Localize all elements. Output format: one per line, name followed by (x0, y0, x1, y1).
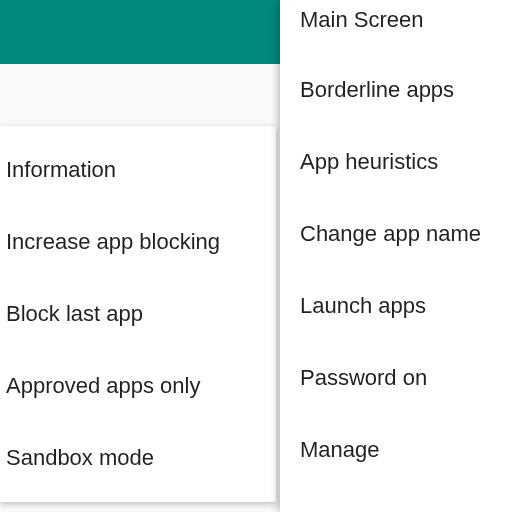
menu-item-block-last-app[interactable]: Block last app (0, 278, 276, 350)
menu-item-main-screen[interactable]: Main Screen (280, 0, 512, 54)
menu-item-label: Block last app (6, 300, 143, 328)
menu-item-label: Borderline apps (300, 76, 454, 104)
menu-item-password-on[interactable]: Password on (280, 342, 512, 414)
menu-item-label: Manage (300, 436, 380, 464)
menu-item-label: Approved apps only (6, 372, 200, 400)
menu-item-label: Change app name (300, 220, 481, 248)
menu-item-change-app-name[interactable]: Change app name (280, 198, 512, 270)
menu-item-information[interactable]: Information (0, 134, 276, 206)
app-bar (0, 0, 280, 64)
menu-item-approved-apps-only[interactable]: Approved apps only (0, 350, 276, 422)
menu-item-label: Main Screen (300, 6, 424, 34)
menu-item-app-heuristics[interactable]: App heuristics (280, 126, 512, 198)
menu-item-label: Password on (300, 364, 427, 392)
menu-item-increase-app-blocking[interactable]: Increase app blocking (0, 206, 276, 278)
left-context-menu: Information Increase app blocking Block … (0, 126, 276, 502)
menu-item-label: Sandbox mode (6, 444, 154, 472)
menu-item-sandbox-mode[interactable]: Sandbox mode (0, 422, 276, 494)
menu-item-borderline-apps[interactable]: Borderline apps (280, 54, 512, 126)
menu-item-label: Increase app blocking (6, 228, 220, 256)
menu-item-label: App heuristics (300, 148, 438, 176)
menu-item-label: Launch apps (300, 292, 426, 320)
menu-item-launch-apps[interactable]: Launch apps (280, 270, 512, 342)
right-overflow-menu: Main Screen Borderline apps App heuristi… (280, 0, 512, 512)
menu-item-manage[interactable]: Manage (280, 414, 512, 486)
menu-item-label: Information (6, 156, 116, 184)
